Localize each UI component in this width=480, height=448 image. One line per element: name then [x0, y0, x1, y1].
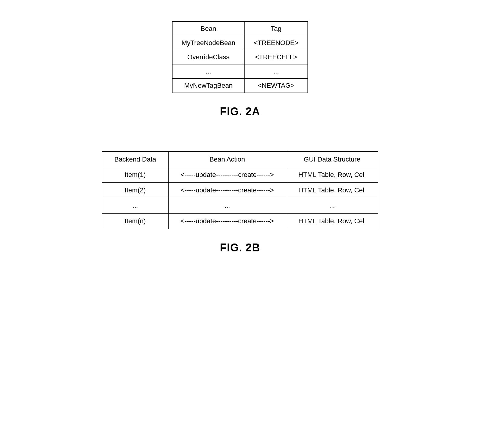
table-cell: Item(2)	[102, 183, 169, 198]
fig2b-table: Backend Data Bean Action GUI Data Struct…	[102, 151, 379, 229]
table-cell: ...	[168, 198, 286, 214]
table-cell: HTML Table, Row, Cell	[286, 167, 378, 183]
table-row: Item(2)<-----update----------create-----…	[102, 183, 378, 198]
fig2a-col-bean: Bean	[172, 21, 245, 36]
table-cell: <TREENODE>	[245, 36, 308, 50]
table-row: MyTreeNodeBean<TREENODE>	[172, 36, 308, 50]
table-cell: OverrideClass	[172, 50, 245, 64]
table-row: OverrideClass<TREECELL>	[172, 50, 308, 64]
table-cell: <-----update----------create------>	[168, 214, 286, 229]
fig2b-header-row: Backend Data Bean Action GUI Data Struct…	[102, 152, 378, 167]
table-cell: HTML Table, Row, Cell	[286, 214, 378, 229]
table-cell: MyNewTagBean	[172, 79, 245, 93]
fig2b-col-gui: GUI Data Structure	[286, 152, 378, 167]
fig2a-col-tag: Tag	[245, 21, 308, 36]
fig2a-table: Bean Tag MyTreeNodeBean<TREENODE>Overrid…	[172, 21, 308, 93]
table-row: Item(n)<-----update----------create-----…	[102, 214, 378, 229]
fig2a-label: FIG. 2A	[220, 105, 260, 118]
table-cell: <TREECELL>	[245, 50, 308, 64]
fig2b-label: FIG. 2B	[220, 241, 260, 254]
table-cell: ...	[172, 64, 245, 79]
table-cell: <NEWTAG>	[245, 79, 308, 93]
fig2b-section: Backend Data Bean Action GUI Data Struct…	[0, 151, 480, 260]
table-cell: HTML Table, Row, Cell	[286, 183, 378, 198]
table-row: ......	[172, 64, 308, 79]
table-cell: Item(n)	[102, 214, 169, 229]
table-cell: MyTreeNodeBean	[172, 36, 245, 50]
fig2a-header-row: Bean Tag	[172, 21, 308, 36]
table-cell: ...	[286, 198, 378, 214]
fig2a-section: Bean Tag MyTreeNodeBean<TREENODE>Overrid…	[0, 21, 480, 124]
table-row: Item(1)<-----update----------create-----…	[102, 167, 378, 183]
fig2b-col-backend: Backend Data	[102, 152, 169, 167]
fig2b-col-bean-action: Bean Action	[168, 152, 286, 167]
table-cell: Item(1)	[102, 167, 169, 183]
table-cell: <-----update----------create------>	[168, 183, 286, 198]
table-row: .........	[102, 198, 378, 214]
table-cell: ...	[245, 64, 308, 79]
table-cell: <-----update----------create------>	[168, 167, 286, 183]
table-cell: ...	[102, 198, 169, 214]
table-row: MyNewTagBean<NEWTAG>	[172, 79, 308, 93]
